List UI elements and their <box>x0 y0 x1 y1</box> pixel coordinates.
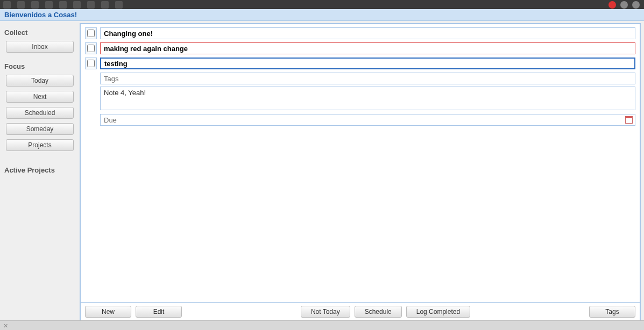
toolbar-menu[interactable] <box>101 1 109 9</box>
toolbar-menu[interactable] <box>59 1 67 9</box>
task-checkbox-wrap[interactable] <box>85 27 97 39</box>
sidebar-someday-button[interactable]: Someday <box>6 123 74 135</box>
section-focus-title: Focus <box>4 62 76 70</box>
tasks-list <box>81 24 640 302</box>
status-bar: ✕ <box>0 320 644 330</box>
toolbar-menu[interactable] <box>31 1 39 9</box>
action-bar: New Edit Not Today Schedule Log Complete… <box>81 302 640 320</box>
content-panel: New Edit Not Today Schedule Log Complete… <box>80 23 641 320</box>
sidebar: Collect Inbox Focus Today Next Scheduled… <box>0 21 80 320</box>
task-row[interactable] <box>85 27 635 39</box>
task-checkbox[interactable] <box>87 30 95 37</box>
task-title-input[interactable] <box>100 58 635 69</box>
maximize-icon[interactable] <box>632 1 640 9</box>
main-area: Collect Inbox Focus Today Next Scheduled… <box>0 21 644 320</box>
task-title-input[interactable] <box>100 42 635 54</box>
toolbar-menu[interactable] <box>73 1 81 9</box>
task-title-input[interactable] <box>100 27 635 39</box>
toolbar-menu[interactable] <box>115 1 123 9</box>
due-field[interactable] <box>100 114 635 126</box>
log-completed-button[interactable]: Log Completed <box>406 306 470 318</box>
task-checkbox[interactable] <box>87 45 95 52</box>
task-row[interactable] <box>85 42 635 54</box>
task-checkbox-wrap[interactable] <box>85 42 97 54</box>
sidebar-next-button[interactable]: Next <box>6 91 74 103</box>
task-checkbox-wrap[interactable] <box>85 58 97 69</box>
new-button[interactable]: New <box>85 306 131 318</box>
tags-button[interactable]: Tags <box>589 306 635 318</box>
edit-button[interactable]: Edit <box>136 306 182 318</box>
tags-input[interactable] <box>100 73 635 84</box>
not-today-button[interactable]: Not Today <box>301 306 350 318</box>
sidebar-inbox-button[interactable]: Inbox <box>6 41 74 53</box>
section-active-projects-title: Active Projects <box>4 166 76 174</box>
calendar-icon[interactable] <box>625 116 633 124</box>
toolbar-menu[interactable] <box>3 1 11 9</box>
sidebar-today-button[interactable]: Today <box>6 75 74 87</box>
minimize-icon[interactable] <box>620 1 628 9</box>
schedule-button[interactable]: Schedule <box>355 306 402 318</box>
note-textarea[interactable] <box>100 87 635 110</box>
welcome-bar: Bienvenidos a Cosas! <box>0 9 644 21</box>
close-icon[interactable]: ✕ <box>2 322 9 329</box>
close-window-icon[interactable] <box>608 1 616 9</box>
task-row[interactable] <box>85 58 635 69</box>
sidebar-scheduled-button[interactable]: Scheduled <box>6 107 74 119</box>
sidebar-projects-button[interactable]: Projects <box>6 139 74 151</box>
toolbar-menu[interactable] <box>17 1 25 9</box>
task-checkbox[interactable] <box>87 60 95 67</box>
browser-toolbar <box>0 0 644 9</box>
toolbar-menu[interactable] <box>45 1 53 9</box>
due-input[interactable] <box>104 116 625 124</box>
toolbar-menu[interactable] <box>87 1 95 9</box>
section-collect-title: Collect <box>4 28 76 37</box>
